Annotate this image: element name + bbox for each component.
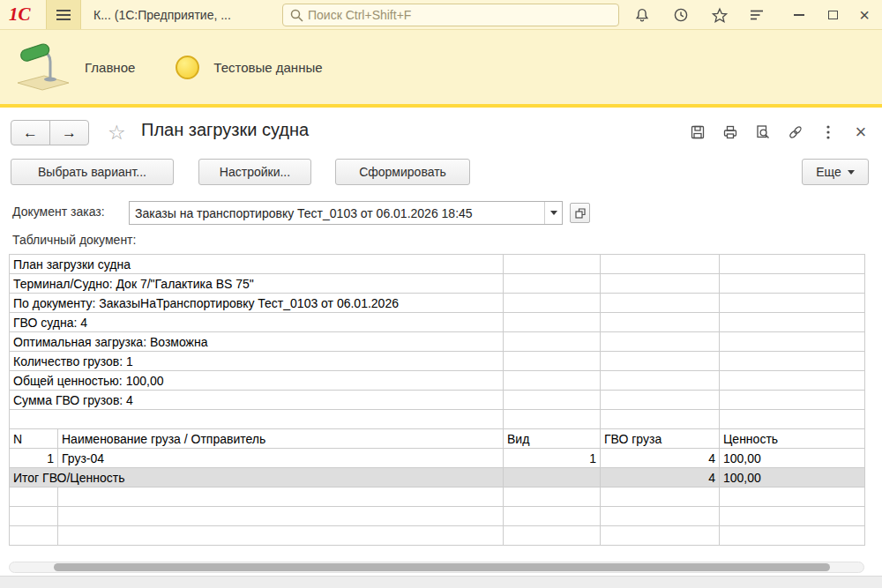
- save-button[interactable]: [689, 123, 706, 141]
- cell[interactable]: [58, 526, 504, 546]
- cell[interactable]: [504, 255, 601, 274]
- cell[interactable]: [504, 410, 601, 429]
- history-button[interactable]: [670, 5, 691, 25]
- cell[interactable]: [601, 391, 720, 410]
- cell[interactable]: [720, 294, 865, 313]
- column-header[interactable]: Наименование груза / Отправитель: [58, 429, 504, 449]
- page-title: План загрузки судна: [141, 120, 309, 140]
- add-to-favorites-icon[interactable]: ☆: [108, 120, 126, 145]
- cell[interactable]: [720, 526, 865, 546]
- cell[interactable]: [720, 313, 865, 332]
- cell[interactable]: Оптимальная загрузка: Возможна: [10, 332, 504, 352]
- cell[interactable]: [601, 507, 720, 526]
- dropdown-caret-icon: [550, 211, 557, 215]
- more-button[interactable]: Еще: [802, 159, 869, 185]
- minimize-button[interactable]: [789, 5, 810, 25]
- horizontal-scrollbar[interactable]: [9, 562, 864, 573]
- back-button[interactable]: ←: [11, 120, 50, 145]
- cell[interactable]: [504, 294, 601, 313]
- get-link-button[interactable]: [787, 123, 804, 141]
- cell[interactable]: [720, 410, 865, 429]
- section-test-data[interactable]: Тестовые данные: [176, 56, 322, 79]
- cell[interactable]: 1: [10, 449, 58, 468]
- notifications-button[interactable]: [632, 5, 653, 25]
- form-close-button[interactable]: ×: [852, 123, 870, 141]
- cell[interactable]: [504, 468, 601, 488]
- cell[interactable]: [720, 507, 865, 526]
- cell[interactable]: [720, 332, 865, 352]
- cell[interactable]: [720, 255, 865, 274]
- cell[interactable]: [10, 507, 58, 526]
- choose-variant-button[interactable]: Выбрать вариант...: [11, 159, 174, 185]
- cell[interactable]: [10, 488, 58, 507]
- cell[interactable]: [504, 274, 601, 294]
- cell[interactable]: [601, 352, 720, 371]
- forward-button[interactable]: →: [49, 120, 89, 145]
- spreadsheet-document[interactable]: План загрузки судна Терминал/Судно: Док …: [9, 254, 865, 546]
- cell[interactable]: [504, 391, 601, 410]
- cell[interactable]: [504, 352, 601, 371]
- preview-button[interactable]: [754, 123, 772, 141]
- cell[interactable]: [10, 526, 58, 546]
- main-menu-button[interactable]: [46, 0, 81, 29]
- cell[interactable]: [601, 294, 720, 313]
- search-input[interactable]: [308, 5, 615, 25]
- document-order-input[interactable]: [130, 202, 544, 224]
- cell[interactable]: [601, 410, 720, 429]
- column-header[interactable]: ГВО груза: [601, 429, 720, 449]
- favorites-button[interactable]: [709, 5, 730, 25]
- cell[interactable]: Итог ГВО/Ценность: [10, 468, 504, 488]
- cell[interactable]: [601, 332, 720, 352]
- maximize-button[interactable]: [822, 5, 843, 25]
- cell[interactable]: [601, 255, 720, 274]
- cell[interactable]: Терминал/Судно: Док 7/"Галактика BS 75": [10, 274, 504, 294]
- meta-row: Сумма ГВО грузов: 4: [10, 391, 865, 410]
- print-button[interactable]: [721, 123, 739, 141]
- cell[interactable]: [10, 410, 504, 429]
- cell[interactable]: [58, 507, 504, 526]
- cell[interactable]: [504, 507, 601, 526]
- cell[interactable]: 1: [504, 449, 601, 468]
- document-dropdown-button[interactable]: [544, 202, 562, 224]
- cell[interactable]: [504, 526, 601, 546]
- cell[interactable]: [601, 526, 720, 546]
- cell[interactable]: [720, 371, 865, 391]
- cell[interactable]: [504, 488, 601, 507]
- window-close-button[interactable]: ×: [854, 5, 875, 25]
- cell[interactable]: ГВО судна: 4: [10, 313, 504, 332]
- cell[interactable]: [601, 313, 720, 332]
- cell[interactable]: 4: [601, 449, 720, 468]
- cell[interactable]: План загрузки судна: [10, 255, 504, 274]
- cell[interactable]: [601, 274, 720, 294]
- cell[interactable]: По документу: ЗаказыНаТранспортировку Те…: [10, 294, 504, 313]
- cell[interactable]: [720, 488, 865, 507]
- column-header[interactable]: N: [10, 429, 58, 449]
- cell[interactable]: [601, 371, 720, 391]
- cell[interactable]: [720, 274, 865, 294]
- open-document-button[interactable]: [570, 203, 590, 223]
- column-header[interactable]: Вид: [504, 429, 601, 449]
- cell[interactable]: [504, 371, 601, 391]
- cell[interactable]: Количество грузов: 1: [10, 352, 504, 371]
- cell[interactable]: 100,00: [720, 449, 865, 468]
- cell[interactable]: [504, 332, 601, 352]
- more-actions-button[interactable]: [819, 123, 837, 141]
- generate-button[interactable]: Сформировать: [335, 159, 470, 185]
- cell[interactable]: [504, 313, 601, 332]
- cell[interactable]: [58, 488, 504, 507]
- cell[interactable]: 4: [601, 468, 720, 488]
- cell[interactable]: [601, 488, 720, 507]
- cell[interactable]: Груз-04: [58, 449, 504, 468]
- scrollbar-thumb[interactable]: [54, 563, 830, 571]
- section-main[interactable]: Главное: [14, 41, 135, 93]
- service-menu-button[interactable]: [746, 5, 767, 25]
- maximize-icon: [828, 11, 838, 19]
- cell[interactable]: [720, 391, 865, 410]
- cell[interactable]: 100,00: [720, 468, 865, 488]
- cell[interactable]: Общей ценностью: 100,00: [10, 371, 504, 391]
- cell[interactable]: Сумма ГВО грузов: 4: [10, 391, 504, 410]
- data-row: 1 Груз-04 1 4 100,00: [10, 449, 865, 468]
- cell[interactable]: [720, 352, 865, 371]
- settings-button[interactable]: Настройки...: [198, 159, 311, 185]
- column-header[interactable]: Ценность: [720, 429, 865, 449]
